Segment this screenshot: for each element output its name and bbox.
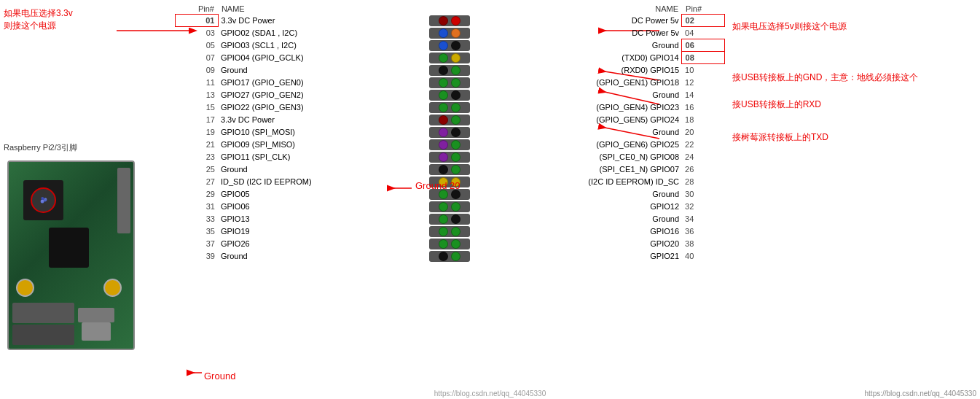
- right-pin-name: (GPIO_GEN5) GPIO24: [471, 114, 681, 126]
- left-dot: [439, 28, 448, 38]
- header-left-name: NAME: [219, 4, 428, 15]
- right-pin-name: Ground: [471, 126, 681, 139]
- pin-dots: [428, 139, 471, 151]
- table-row: 07GPIO04 (GPIO_GCLK)(TXD0) GPIO1408: [176, 52, 725, 64]
- right-pin-num: 06: [681, 39, 724, 52]
- right-pin-num: 14: [681, 89, 724, 101]
- right-pin-name: (GPIO_GEN4) GPIO23: [471, 101, 681, 114]
- left-pin-num: 37: [176, 238, 219, 250]
- left-pin-name: GPIO17 (GPIO_GEN0): [219, 77, 428, 89]
- left-dot: [439, 202, 448, 212]
- right-dot: [451, 128, 460, 137]
- left-pin-name: Ground: [219, 64, 428, 77]
- right-pin-num: 22: [681, 139, 724, 151]
- left-pin-num: 15: [176, 101, 219, 114]
- right-dot: [451, 66, 460, 75]
- pin-dots: [428, 77, 471, 89]
- table-row: 21GPIO09 (SPI_MISO)(GPIO_GEN6) GPIO2522: [176, 139, 725, 151]
- left-pin-num: 13: [176, 89, 219, 101]
- left-dot: [439, 103, 448, 112]
- left-pin-name: Ground: [219, 163, 428, 176]
- left-pin-num: 25: [176, 163, 219, 176]
- right-pin-name: (SPI_CE0_N) GPIO08: [471, 151, 681, 163]
- left-dot: [439, 41, 448, 50]
- right-pin-num: 26: [681, 163, 724, 176]
- header-right-pin: Pin#: [681, 4, 724, 15]
- left-pin-name: GPIO11 (SPI_CLK): [219, 151, 428, 163]
- left-pin-num: 29: [176, 188, 219, 201]
- left-dot: [439, 128, 448, 137]
- pin-dots: [428, 250, 471, 263]
- table-row: 11GPIO17 (GPIO_GEN0)(GPIO_GEN1) GPIO1812: [176, 77, 725, 89]
- header-right-name: NAME: [471, 4, 681, 15]
- ground-bottom-annotation: Ground: [204, 371, 235, 381]
- table-row: 013.3v DC PowerDC Power 5v02: [176, 15, 725, 27]
- left-pin-num: 31: [176, 201, 219, 213]
- left-dot: [439, 90, 448, 100]
- left-pin-name: GPIO06: [219, 201, 428, 213]
- left-pin-name: GPIO05: [219, 188, 428, 201]
- right-dot: [451, 227, 460, 236]
- left-pin-name: GPIO26: [219, 238, 428, 250]
- table-row: 05GPIO03 (SCL1 , I2C)Ground06: [176, 39, 725, 52]
- right-pin-num: 36: [681, 225, 724, 238]
- right-dot: [451, 41, 460, 50]
- watermark-right: https://blog.csdn.net/qq_44045330: [865, 390, 976, 398]
- pin-table-section: Pin# NAME NAME Pin# 013.3v DC PowerDC Po…: [160, 0, 725, 399]
- left-dot: [439, 78, 448, 88]
- pin-dots: [428, 201, 471, 213]
- right-dot: [451, 140, 460, 150]
- left-dot: [439, 214, 448, 224]
- right-pin-name: (SPI_CE1_N) GPIO07: [471, 163, 681, 176]
- left-pin-num: 01: [176, 15, 219, 27]
- table-row: 15GPIO22 (GPIO_GEN3)(GPIO_GEN4) GPIO2316: [176, 101, 725, 114]
- right-pin-name: (I2C ID EEPROM) ID_SC: [471, 176, 681, 188]
- pin-dots: [428, 114, 471, 126]
- left-dot: [439, 140, 448, 150]
- left-pin-name: GPIO03 (SCL1 , I2C): [219, 39, 428, 52]
- left-pin-name: GPIO27 (GPIO_GEN2): [219, 89, 428, 101]
- right-pin-name: (RXD0) GPIO15: [471, 64, 681, 77]
- right-pin-name: (GPIO_GEN6) GPIO25: [471, 139, 681, 151]
- right-dot: [451, 90, 460, 100]
- table-row: 173.3v DC Power(GPIO_GEN5) GPIO2418: [176, 114, 725, 126]
- right-dot: [451, 165, 460, 174]
- table-row: 35GPIO19GPIO1636: [176, 225, 725, 238]
- left-dot: [439, 53, 448, 63]
- table-row: 33GPIO13Ground34: [176, 213, 725, 225]
- annotation-right-1: 如果电压选择5v则接这个电源: [732, 20, 847, 33]
- pin-dots: [428, 126, 471, 139]
- pin-dots: [428, 163, 471, 176]
- left-pin-num: 21: [176, 139, 219, 151]
- right-pin-name: (TXD0) GPIO14: [471, 52, 681, 64]
- annotation-right-2: 接USB转接板上的GND，主意：地线必须接这个: [732, 71, 918, 84]
- left-pin-name: GPIO10 (SPI_MOSI): [219, 126, 428, 139]
- left-pin-name: GPIO02 (SDA1 , I2C): [219, 27, 428, 39]
- table-row: 39GroundGPIO2140: [176, 250, 725, 263]
- right-dot: [451, 152, 460, 162]
- right-pin-name: DC Power 5v: [471, 15, 681, 27]
- right-pin-num: 20: [681, 126, 724, 139]
- pin-dots: [428, 27, 471, 39]
- right-pin-num: 28: [681, 176, 724, 188]
- right-pin-name: (GPIO_GEN1) GPIO18: [471, 77, 681, 89]
- left-dot: [439, 252, 448, 261]
- annotation-right-3: 接USB转接板上的RXD: [732, 98, 821, 111]
- left-pin-name: ID_SD (I2C ID EEPROM): [219, 176, 428, 188]
- header-connectors: [428, 4, 471, 15]
- right-pin-name: Ground: [471, 188, 681, 201]
- right-pin-name: GPIO12: [471, 201, 681, 213]
- left-dot: [439, 239, 448, 249]
- right-pin-num: 30: [681, 188, 724, 201]
- pin-dots: [428, 101, 471, 114]
- right-dot: [451, 202, 460, 212]
- left-pin-name: GPIO22 (GPIO_GEN3): [219, 101, 428, 114]
- right-dot: [451, 28, 460, 38]
- right-pin-num: 04: [681, 27, 724, 39]
- left-pin-num: 35: [176, 225, 219, 238]
- left-pin-num: 09: [176, 64, 219, 77]
- right-pin-name: Ground: [471, 89, 681, 101]
- right-dot: [451, 53, 460, 63]
- right-pin-name: GPIO16: [471, 225, 681, 238]
- right-dot: [451, 239, 460, 249]
